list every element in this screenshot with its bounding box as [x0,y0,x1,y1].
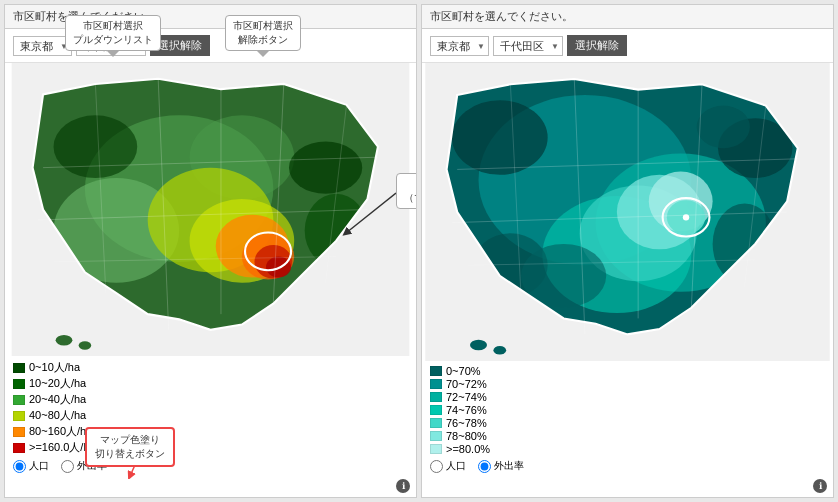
legend-label: 80~160人/ha [29,424,92,439]
legend-label: 78~80% [446,430,487,442]
main-container: 市区町村選択 プルダウンリスト 市区町村選択 解除ボタン 市区町村を選んでくださ… [0,0,838,502]
legend-label: >=80.0% [446,443,490,455]
legend-color-swatch [430,379,442,389]
right-exit-label: 外出率 [494,459,524,473]
right-legend-list: 0~70%70~72%72~74%74~76%76~78%78~80%>=80.… [430,365,825,455]
legend-label: 70~72% [446,378,487,390]
left-header-text: 市区町村を選んでください。 [13,10,156,22]
left-map-area[interactable]: 市区町村選択 （マップをクリック） [5,63,416,356]
svg-point-23 [56,335,73,345]
svg-point-35 [452,100,548,175]
right-radio-exit-input[interactable] [478,460,491,473]
left-panel: 市区町村選択 プルダウンリスト 市区町村選択 解除ボタン 市区町村を選んでくださ… [4,4,417,498]
legend-label: 0~70% [446,365,481,377]
left-pop-label: 人口 [29,459,49,473]
svg-point-51 [683,214,689,220]
left-prefecture-wrapper: 東京都 [13,36,72,56]
left-municipality-select[interactable]: 千代田区 [76,36,146,56]
svg-point-53 [493,346,506,355]
left-panel-header: 市区町村を選んでください。 [5,5,416,29]
legend-color-swatch [430,392,442,402]
left-legend-list: 0~10人/ha10~20人/ha20~40人/ha40~80人/ha80~16… [13,360,408,455]
legend-color-swatch [13,363,25,373]
legend-label: >=160.0人/ha [29,440,96,455]
legend-color-swatch [13,427,25,437]
legend-label: 40~80人/ha [29,408,86,423]
legend-color-swatch [430,431,442,441]
legend-color-swatch [430,366,442,376]
svg-point-40 [697,106,750,149]
legend-label: 74~76% [446,404,487,416]
left-legend-item: 20~40人/ha [13,392,408,407]
svg-point-12 [289,141,362,193]
right-panel-header: 市区町村を選んでください。 [422,5,833,29]
left-radio-population[interactable]: 人口 [13,459,49,473]
left-legend-item: 0~10人/ha [13,360,408,375]
left-legend: 0~10人/ha10~20人/ha20~40人/ha40~80人/ha80~16… [5,356,416,497]
svg-point-52 [470,340,487,351]
left-municipality-wrapper: 千代田区 [76,36,146,56]
right-controls: 東京都 千代田区 選択解除 [422,29,833,63]
right-radio-group: 人口 外出率 [430,459,825,473]
legend-label: 20~40人/ha [29,392,86,407]
right-prefecture-wrapper: 東京都 [430,36,489,56]
left-deselect-button[interactable]: 選択解除 [150,35,210,56]
svg-line-25 [346,193,396,233]
right-header-text: 市区町村を選んでください。 [430,10,573,22]
legend-color-swatch [13,443,25,453]
legend-label: 76~78% [446,417,487,429]
right-legend-item: 76~78% [430,417,825,429]
legend-label: 10~20人/ha [29,376,86,391]
left-legend-item: 40~80人/ha [13,408,408,423]
svg-point-11 [54,115,138,178]
right-legend-item: 0~70% [430,365,825,377]
legend-label: 72~74% [446,391,487,403]
legend-color-swatch [13,395,25,405]
left-legend-item: >=160.0人/ha [13,440,408,455]
legend-color-swatch [13,379,25,389]
left-info-icon[interactable]: ℹ [396,479,410,493]
right-pop-label: 人口 [446,459,466,473]
right-radio-population[interactable]: 人口 [430,459,466,473]
left-exit-label: 外出率 [77,459,107,473]
right-municipality-select[interactable]: 千代田区 [493,36,563,56]
right-map-area[interactable] [422,63,833,361]
right-municipality-wrapper: 千代田区 [493,36,563,56]
left-prefecture-select[interactable]: 東京都 [13,36,72,56]
color-arrow-svg [120,454,160,479]
left-controls: 東京都 千代田区 選択解除 [5,29,416,63]
right-map-svg[interactable] [422,63,833,361]
right-legend-item: 72~74% [430,391,825,403]
legend-color-swatch [430,418,442,428]
right-legend-item: 74~76% [430,404,825,416]
right-legend: 0~70%70~72%72~74%74~76%76~78%78~80%>=80.… [422,361,833,497]
right-legend-item: 70~72% [430,378,825,390]
right-radio-pop-input[interactable] [430,460,443,473]
legend-label: 0~10人/ha [29,360,80,375]
right-legend-item: 78~80% [430,430,825,442]
left-radio-exit[interactable]: 外出率 [61,459,107,473]
arrow-svg [336,188,396,238]
left-radio-group: 人口 外出率 [13,459,408,473]
legend-color-swatch [430,444,442,454]
left-radio-exit-input[interactable] [61,460,74,473]
left-radio-pop-input[interactable] [13,460,26,473]
right-radio-exit[interactable]: 外出率 [478,459,524,473]
svg-line-26 [130,454,140,476]
right-panel: 市区町村を選んでください。 東京都 千代田区 選択解除 [421,4,834,498]
right-deselect-button[interactable]: 選択解除 [567,35,627,56]
legend-color-swatch [430,405,442,415]
legend-color-swatch [13,411,25,421]
left-legend-item: 80~160人/ha [13,424,408,439]
right-info-icon[interactable]: ℹ [813,479,827,493]
left-legend-item: 10~20人/ha [13,376,408,391]
right-prefecture-select[interactable]: 東京都 [430,36,489,56]
right-legend-item: >=80.0% [430,443,825,455]
svg-point-24 [79,341,92,349]
